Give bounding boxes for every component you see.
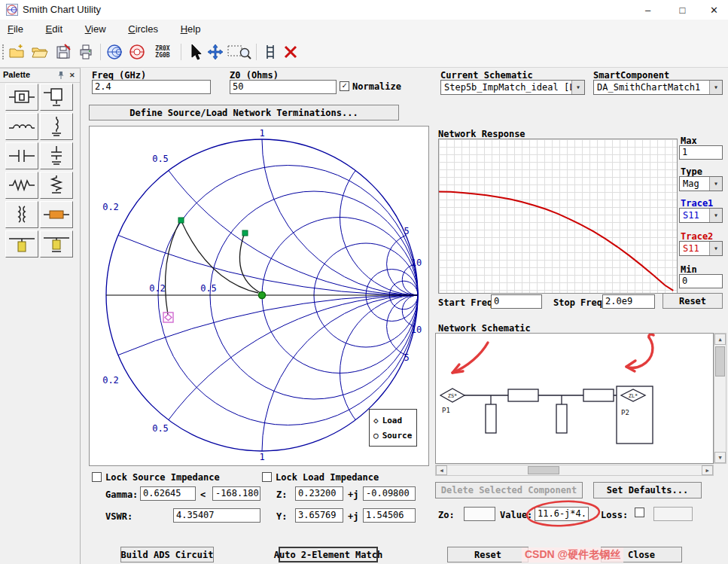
source-legend-label: Source: [382, 431, 413, 441]
title-bar[interactable]: Smith Chart Utility – □ ✕: [0, 0, 728, 20]
series-resistor-icon: [8, 175, 36, 196]
pin-icon[interactable]: [57, 71, 65, 81]
cursor-arrow-icon: [185, 43, 203, 61]
schematic-horizontal-scrollbar[interactable]: [435, 465, 714, 476]
palette-series-resistor-button[interactable]: [5, 172, 38, 199]
svg-text:0.5: 0.5: [152, 154, 169, 164]
pointer-tool-button[interactable]: [184, 41, 205, 62]
menu-file[interactable]: File: [0, 20, 31, 38]
y-imag-input[interactable]: 1.54506: [363, 508, 416, 523]
delete-tool-button[interactable]: [280, 41, 301, 62]
scroll-right-icon[interactable]: [702, 465, 713, 475]
zoom-area-icon: [227, 43, 252, 61]
grid-display-button[interactable]: ZR0X ZG0B: [148, 41, 178, 62]
palette-shunt-inductor-button[interactable]: [40, 113, 73, 140]
palette-short-stub-button[interactable]: [40, 230, 73, 258]
smith-chart-z-icon: [105, 43, 123, 61]
schematic-vertical-scrollbar[interactable]: [714, 333, 726, 464]
gamma-label: Gamma:: [105, 489, 138, 500]
current-schematic-select[interactable]: Step5b_ImpMatch_ideal [LNA_liar: [440, 80, 585, 95]
y-real-input[interactable]: 3.65769: [295, 508, 343, 523]
palette-panel: Palette: [0, 68, 81, 564]
zoom-area-button[interactable]: [226, 41, 253, 62]
move-tool-button[interactable]: [205, 41, 226, 62]
print-button[interactable]: [75, 41, 96, 62]
set-defaults-button[interactable]: Set Defaults...: [593, 482, 702, 498]
z-imag-input[interactable]: -0.09800: [363, 486, 416, 501]
vertical-scroll-thumb[interactable]: [715, 346, 725, 377]
toolbar: ZR0X ZG0B: [0, 39, 728, 68]
save-button[interactable]: [53, 41, 74, 62]
z-real-input[interactable]: 0.23200: [295, 486, 343, 501]
type-select[interactable]: Mag: [679, 176, 723, 191]
close-button[interactable]: Close: [601, 547, 682, 562]
menu-view[interactable]: View: [78, 20, 114, 38]
smith-chart-utility-window: Smith Chart Utility – □ ✕ File Edit View…: [0, 0, 728, 564]
gamma-angle-input[interactable]: -168.180: [212, 486, 260, 501]
palette-series-box-button[interactable]: [5, 84, 38, 111]
palette-open-stub-button[interactable]: [5, 230, 38, 258]
scroll-down-icon[interactable]: [714, 452, 726, 463]
trace1-select[interactable]: S11: [679, 208, 723, 223]
stop-freq-input[interactable]: 2.0e9: [602, 294, 655, 309]
menu-help[interactable]: Help: [173, 20, 209, 38]
open-button[interactable]: [29, 41, 50, 62]
menu-circles[interactable]: Circles: [120, 20, 166, 38]
normalize-checkbox[interactable]: [340, 81, 349, 91]
value-input[interactable]: 11.6-j*4.: [535, 507, 589, 521]
ladder-network-icon: [260, 43, 279, 61]
response-plot[interactable]: [438, 139, 678, 294]
loss-input[interactable]: [653, 507, 693, 521]
auto-match-button[interactable]: Auto 2-Element Match: [279, 547, 378, 562]
palette-close-icon[interactable]: [69, 70, 75, 79]
z-plus-j-label: +j: [348, 489, 358, 500]
new-button[interactable]: [6, 41, 27, 62]
ladder-network-button[interactable]: [259, 41, 280, 62]
menu-edit[interactable]: Edit: [38, 20, 70, 38]
network-schematic-canvas[interactable]: ZS* P1 ZL* P2: [435, 333, 714, 464]
normalize-label: Normalize: [352, 81, 401, 92]
toolbar-separator: [256, 44, 257, 60]
palette-series-capacitor-button[interactable]: [5, 142, 38, 169]
smart-component-select[interactable]: DA_SmithChartMatch1: [593, 80, 723, 95]
palette-series-tline-button[interactable]: [40, 201, 73, 228]
palette-shunt-box-button[interactable]: [40, 84, 73, 111]
grid-display-icon: ZR0X ZG0B: [155, 45, 169, 59]
toolbar-separator: [181, 44, 181, 60]
loss-checkbox[interactable]: [635, 508, 644, 517]
trace2-label: Trace2: [681, 231, 713, 242]
freq-input[interactable]: 2.4: [92, 80, 211, 94]
scroll-up-icon[interactable]: [714, 334, 726, 345]
lock-source-checkbox[interactable]: [92, 472, 102, 482]
palette-transformer-button[interactable]: [5, 201, 38, 228]
vswr-input[interactable]: 4.35407: [173, 508, 260, 523]
zo-label: Zo:: [438, 510, 455, 520]
zo-input[interactable]: [464, 507, 495, 521]
close-window-button[interactable]: ✕: [700, 0, 728, 20]
smart-component-label: SmartComponent: [593, 70, 669, 81]
smith-chart-y-button[interactable]: [126, 41, 148, 62]
palette-shunt-capacitor-button[interactable]: [40, 142, 73, 169]
toolbar-separator: [100, 44, 101, 60]
loss-label: Loss:: [601, 510, 628, 520]
minimize-button[interactable]: –: [631, 0, 665, 20]
trace2-select[interactable]: S11: [679, 241, 723, 256]
delete-selected-component-button[interactable]: Delete Selected Component: [435, 482, 583, 498]
palette-series-inductor-button[interactable]: [5, 113, 38, 140]
horizontal-scroll-thumb[interactable]: [528, 466, 559, 474]
build-ads-circuit-button[interactable]: Build ADS Circuit: [120, 547, 214, 562]
start-freq-input[interactable]: 0: [491, 294, 542, 309]
lock-load-checkbox[interactable]: [262, 472, 272, 482]
z0-label: Z0 (Ohms): [230, 70, 279, 81]
min-input[interactable]: 0: [679, 274, 723, 288]
palette-shunt-resistor-button[interactable]: [40, 172, 73, 199]
footer-reset-button[interactable]: Reset: [447, 547, 528, 562]
gamma-mag-input[interactable]: 0.62645: [140, 486, 196, 501]
define-terminations-button[interactable]: Define Source/Load Network Terminations.…: [89, 105, 399, 120]
response-reset-button[interactable]: Reset: [663, 293, 723, 309]
z0-input[interactable]: 50: [230, 80, 337, 94]
smith-chart-z-button[interactable]: [104, 41, 125, 62]
maximize-button[interactable]: □: [666, 0, 699, 20]
max-input[interactable]: 1: [679, 145, 723, 160]
scroll-left-icon[interactable]: [436, 465, 447, 475]
